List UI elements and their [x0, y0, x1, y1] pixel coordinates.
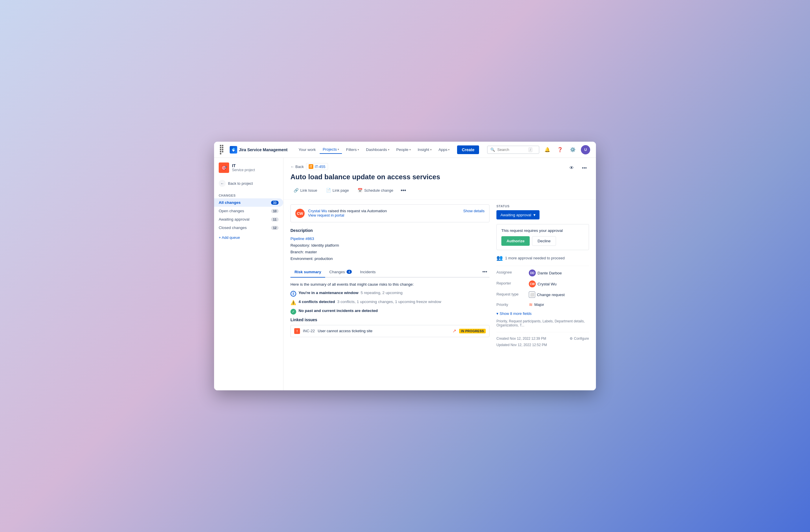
action-more-button[interactable]: •••	[399, 186, 408, 195]
sidebar-item-awaiting-approval[interactable]: Awaiting approval 11	[214, 215, 283, 223]
field-value-reporter: CW Crystal Wu	[529, 280, 556, 287]
sidebar-item-open-changes[interactable]: Open changes 10	[214, 207, 283, 215]
link-issue-button[interactable]: 🔗 Link Issue	[290, 186, 321, 195]
sidebar-project: 🎯 IT Service project	[214, 163, 283, 178]
tab-risk-summary[interactable]: Risk summary	[290, 267, 325, 278]
authorize-button[interactable]: Authorize	[501, 236, 530, 246]
linked-issue-arrow-icon: ↗	[452, 328, 456, 334]
sidebar-item-badge: 33	[271, 201, 279, 205]
sidebar-item-badge: 11	[271, 217, 279, 221]
linked-issues-title: Linked issues	[290, 317, 489, 322]
assignee-avatar: DD	[529, 269, 536, 277]
breadcrumb: ← Back IT IT-455	[290, 163, 328, 170]
sidebar-item-label: All changes	[219, 200, 241, 205]
notifications-icon[interactable]: 🔔	[543, 145, 552, 154]
priority-value: Major	[534, 302, 544, 307]
search-input[interactable]	[497, 148, 526, 152]
risk-bold-text: 4 conflicts detected	[298, 300, 335, 304]
nav-dashboards[interactable]: Dashboards ▾	[363, 146, 392, 153]
link-icon: 🔗	[294, 188, 298, 193]
approval-note-icon: 👥	[497, 255, 503, 261]
nav-filters[interactable]: Filters ▾	[343, 146, 362, 153]
risk-bold-text: You're in a maintenance window	[298, 290, 358, 295]
tabs-more-button[interactable]: •••	[480, 267, 489, 277]
status-button[interactable]: Awaiting approval ▾	[497, 210, 539, 219]
add-queue-button[interactable]: + Add queue	[214, 233, 283, 242]
page-icon: 📄	[326, 188, 331, 193]
pipeline-link[interactable]: Pipeline #863	[290, 236, 314, 241]
field-value-priority: ≋ Major	[529, 302, 544, 307]
sidebar-item-label: Closed changes	[219, 226, 247, 230]
more-options-icon[interactable]: •••	[580, 163, 589, 172]
description-pipeline: Pipeline #863	[290, 236, 489, 242]
nav-apps[interactable]: Apps ▾	[436, 146, 453, 153]
create-button[interactable]: Create	[457, 146, 479, 154]
user-avatar[interactable]: U	[581, 145, 590, 154]
issue-chip-icon: IT	[309, 164, 313, 169]
reporter-field-avatar: CW	[529, 280, 536, 287]
nav-people[interactable]: People ▾	[393, 146, 414, 153]
page-title: Auto load balance update on access servi…	[284, 173, 596, 186]
brand-icon	[230, 146, 237, 153]
nav-projects[interactable]: Projects ▾	[320, 146, 342, 154]
linked-issue-summary: User cannot access ticketing site	[318, 329, 450, 333]
sidebar-item-label: Open changes	[219, 209, 244, 213]
risk-item-text: 4 conflicts detected 3 conflicts, 1 upco…	[298, 300, 441, 304]
grid-menu-icon[interactable]	[220, 145, 225, 154]
brand-name: Jira Service Management	[239, 148, 288, 152]
nav-insight[interactable]: Insight ▾	[415, 146, 435, 153]
show-details-button[interactable]: Show details	[463, 209, 485, 213]
description-title: Description	[290, 228, 489, 233]
configure-button[interactable]: ⚙ Configure	[570, 336, 589, 342]
priority-icon: ≋	[529, 302, 533, 307]
tab-changes[interactable]: Changes 4	[325, 267, 356, 278]
field-priority: Priority ≋ Major	[497, 302, 589, 307]
link-page-button[interactable]: 📄 Link page	[323, 186, 352, 195]
back-arrow-icon: ←	[219, 180, 226, 187]
reporter-info: Crystal Wu raised this request via Autom…	[308, 209, 460, 217]
issue-chip[interactable]: IT IT-455	[306, 163, 328, 170]
risk-muted-text: 5 repeating, 2 upcoming	[361, 290, 403, 295]
search-box[interactable]: 🔍 /	[487, 146, 539, 154]
approval-actions: Authorize Decline	[501, 236, 584, 246]
reporter-action-text: raised this request via Automation	[328, 209, 387, 213]
insight-chevron: ▾	[430, 148, 432, 151]
field-value-request-type: ⬜ Change request	[529, 292, 565, 298]
decline-button[interactable]: Decline	[532, 236, 556, 246]
field-reporter: Reporter CW Crystal Wu	[497, 280, 589, 287]
sidebar-item-closed-changes[interactable]: Closed changes 12	[214, 223, 283, 232]
tab-incidents[interactable]: Incidents	[356, 267, 379, 278]
search-icon: 🔍	[490, 148, 495, 152]
tabs-row: Risk summary Changes 4 Incidents •••	[290, 267, 489, 278]
description-environment: Environment: production	[290, 255, 489, 262]
risk-item-text: You're in a maintenance window 5 repeati…	[298, 290, 403, 295]
two-col-layout: CW Crystal Wu raised this request via Au…	[284, 200, 596, 390]
changes-tab-badge: 4	[346, 270, 352, 274]
sidebar: 🎯 IT Service project ← Back to project C…	[214, 158, 284, 390]
nav-your-work[interactable]: Your work	[296, 146, 319, 153]
nav-right: 🔍 / 🔔 ❓ ⚙️ U	[487, 145, 590, 154]
main-layout: 🎯 IT Service project ← Back to project C…	[214, 158, 596, 390]
sidebar-item-all-changes[interactable]: All changes 33	[214, 198, 283, 207]
settings-icon[interactable]: ⚙️	[568, 145, 578, 154]
description-section: Description Pipeline #863 Repository: Id…	[290, 227, 489, 267]
view-portal-link[interactable]: View request in portal	[308, 213, 460, 217]
help-icon[interactable]: ❓	[555, 145, 565, 154]
field-label-assignee: Assignee	[497, 269, 525, 275]
reporter-name-link[interactable]: Crystal Wu	[308, 209, 327, 213]
calendar-icon: 📅	[358, 188, 362, 193]
dates-section: Created Nov 12, 2022 12:39 PM Updated No…	[497, 336, 589, 348]
field-value-assignee: DD Dante Darboe	[529, 269, 562, 277]
risk-item-text: No past and current incidents are detect…	[298, 309, 378, 313]
project-type: Service project	[232, 168, 255, 172]
apps-chevron: ▾	[448, 148, 450, 151]
show-more-fields-button[interactable]: ▾ Show 8 more fields	[497, 311, 589, 316]
reporter-field-name: Crystal Wu	[537, 282, 556, 286]
back-to-project[interactable]: ← Back to project	[214, 178, 283, 189]
watch-icon[interactable]: 👁	[567, 163, 576, 172]
risk-item-maintenance: i You're in a maintenance window 5 repea…	[290, 290, 489, 297]
field-label-request-type: Request type	[497, 292, 525, 296]
back-link[interactable]: ← Back	[290, 165, 304, 169]
reporter-name: Crystal Wu raised this request via Autom…	[308, 209, 460, 213]
schedule-change-button[interactable]: 📅 Schedule change	[354, 186, 396, 195]
